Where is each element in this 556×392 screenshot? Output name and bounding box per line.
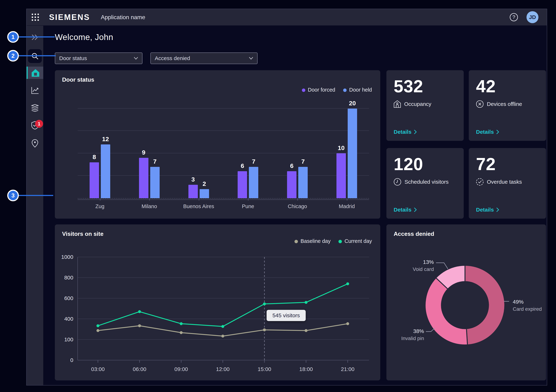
bar-column: 10 bbox=[336, 144, 346, 198]
sidebar-item-locations[interactable] bbox=[27, 137, 43, 149]
user-avatar[interactable]: JD bbox=[526, 11, 539, 23]
data-point[interactable] bbox=[305, 301, 308, 304]
sidebar-item-analytics[interactable] bbox=[27, 84, 43, 97]
donut-slice-name: Card expired bbox=[513, 306, 542, 312]
bar[interactable] bbox=[249, 167, 258, 198]
scheduled-visitors-icon bbox=[394, 178, 401, 186]
access-denied-dropdown[interactable]: Access denied bbox=[150, 53, 258, 64]
bar-group-zug: 812Zug bbox=[90, 136, 110, 198]
bar-value-label: 2 bbox=[202, 180, 206, 187]
x-axis-tick-label: 21:00 bbox=[341, 366, 354, 372]
x-axis-tick-label: 18:00 bbox=[299, 366, 313, 372]
bar[interactable] bbox=[238, 171, 247, 198]
scheduled-visitors-value: 120 bbox=[394, 154, 456, 174]
data-point[interactable] bbox=[138, 310, 141, 313]
series-line-current-day bbox=[98, 284, 348, 326]
baseline-day-dot bbox=[294, 240, 298, 243]
location-pin-icon bbox=[31, 139, 38, 147]
bar[interactable] bbox=[188, 185, 198, 198]
bar[interactable] bbox=[200, 189, 209, 198]
data-point[interactable] bbox=[263, 302, 266, 305]
bar-column: 3 bbox=[188, 176, 198, 198]
door-status-dropdown[interactable]: Door status bbox=[55, 53, 142, 64]
data-point[interactable] bbox=[263, 329, 266, 331]
x-axis-tick-label: 03:00 bbox=[91, 366, 105, 372]
overdue-tasks-label-row: Overdue tasks bbox=[476, 178, 539, 186]
scheduled-visitors-card: 120 Scheduled visitors Details bbox=[386, 148, 464, 219]
chevron-right-icon bbox=[414, 208, 417, 212]
chevron-down-icon bbox=[249, 57, 253, 60]
bar[interactable] bbox=[287, 171, 296, 198]
data-point[interactable] bbox=[346, 282, 349, 285]
data-point[interactable] bbox=[96, 324, 99, 327]
bar-group-buenos-aires: 32Buenos Aires bbox=[188, 176, 209, 198]
bar[interactable] bbox=[90, 162, 99, 198]
data-point[interactable] bbox=[180, 331, 183, 334]
x-axis-category-label: Madrid bbox=[316, 203, 378, 209]
data-point[interactable] bbox=[96, 329, 99, 332]
bar-value-label: 7 bbox=[153, 158, 156, 165]
bar-value-label: 9 bbox=[142, 149, 145, 156]
data-point[interactable] bbox=[221, 335, 224, 338]
bar-column: 7 bbox=[150, 158, 160, 198]
y-axis-tick-label: 0 bbox=[70, 357, 73, 363]
donut-label-card-expired: 49%Card expired bbox=[513, 299, 542, 312]
devices-offline-card: 42 Devices offline Details bbox=[469, 70, 546, 141]
user-initials: JD bbox=[529, 14, 536, 20]
scheduled-visitors-label: Scheduled visitors bbox=[404, 179, 448, 185]
door-status-title: Door status bbox=[62, 76, 94, 83]
scheduled-visitors-details-link[interactable]: Details bbox=[394, 207, 417, 213]
current-day-label: Current day bbox=[344, 238, 372, 244]
donut-label-invalid-pin: 38%Invalid pin bbox=[401, 328, 424, 342]
annotation-badge-3-number: 3 bbox=[11, 192, 15, 199]
occupancy-details-link[interactable]: Details bbox=[394, 129, 417, 135]
door-status-legend: Door forced Door held bbox=[302, 87, 372, 93]
annotation-line-1 bbox=[13, 36, 55, 38]
data-point[interactable] bbox=[221, 325, 224, 328]
devices-offline-icon bbox=[476, 100, 484, 108]
occupancy-label: Occupancy bbox=[404, 101, 431, 107]
bar[interactable] bbox=[150, 167, 160, 198]
visitors-panel: Visitors on site Baseline day Current da… bbox=[55, 224, 380, 380]
y-axis-tick-label: 800 bbox=[64, 275, 73, 281]
layers-icon bbox=[31, 104, 39, 112]
x-axis-tick-label: 06:00 bbox=[133, 366, 146, 372]
access-denied-panel: Access denied 49%Card expired38%Invalid … bbox=[386, 224, 546, 380]
bar-column: 20 bbox=[348, 100, 357, 198]
bar-value-label: 7 bbox=[301, 158, 305, 165]
data-point[interactable] bbox=[346, 322, 349, 325]
door-status-panel: Door status Door forced Door held 812Zug… bbox=[55, 70, 380, 219]
legend-door-forced: Door forced bbox=[302, 87, 335, 93]
y-axis-tick-label: 1000 bbox=[61, 254, 73, 260]
data-point[interactable] bbox=[180, 322, 183, 325]
app-switcher-button[interactable] bbox=[30, 11, 41, 23]
donut-pct: 38% bbox=[413, 328, 424, 334]
sidebar-item-home[interactable] bbox=[27, 67, 43, 79]
overdue-tasks-details-link[interactable]: Details bbox=[476, 207, 499, 213]
scheduled-visitors-label-row: Scheduled visitors bbox=[394, 178, 456, 186]
bar-value-label: 6 bbox=[241, 162, 244, 169]
legend-door-held: Door held bbox=[343, 87, 372, 93]
door-status-chart: 812Zug97Milano32Buenos Aires67Pune67Chic… bbox=[78, 100, 369, 199]
leader-line-void-card bbox=[436, 263, 448, 269]
filter-bar: Door status Access denied bbox=[55, 53, 546, 64]
door-held-label: Door held bbox=[349, 87, 372, 93]
bar[interactable] bbox=[101, 144, 110, 198]
devices-offline-details-link[interactable]: Details bbox=[476, 129, 499, 135]
donut-slice-card-expired[interactable] bbox=[465, 265, 505, 345]
trend-chart-icon bbox=[31, 87, 39, 94]
donut-pct: 13% bbox=[423, 259, 434, 265]
bar[interactable] bbox=[336, 153, 346, 198]
data-point[interactable] bbox=[305, 329, 308, 332]
annotation-badge-1-number: 1 bbox=[11, 34, 15, 40]
bar[interactable] bbox=[298, 167, 308, 198]
bar[interactable] bbox=[139, 158, 148, 198]
bar[interactable] bbox=[348, 108, 357, 198]
data-point[interactable] bbox=[138, 324, 141, 327]
bar-value-label: 12 bbox=[102, 136, 109, 143]
chevron-right-icon bbox=[414, 130, 417, 134]
details-text: Details bbox=[394, 207, 411, 213]
help-button[interactable]: ? bbox=[509, 13, 518, 22]
sidebar-item-layers[interactable] bbox=[27, 102, 43, 114]
details-text: Details bbox=[476, 129, 494, 135]
